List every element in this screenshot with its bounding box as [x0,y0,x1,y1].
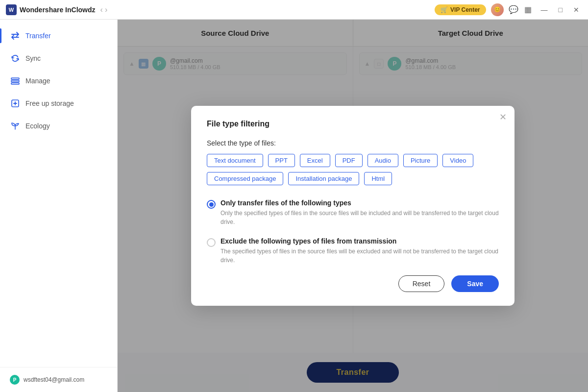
settings-icon[interactable]: ▦ [523,5,533,15]
radio-only-transfer[interactable]: Only transfer files of the following typ… [207,199,499,226]
free-up-storage-icon [10,98,21,109]
sidebar-item-transfer[interactable]: Transfer [0,24,117,47]
ecology-icon [10,121,21,131]
sidebar: Transfer Sync Manage [0,20,118,392]
sidebar-account-email: wsdftest04@gmail.com [24,376,84,383]
vip-label: VIP Center [450,6,480,13]
file-type-buttons: Text document PPT Excel PDF Audio Pictur… [207,154,499,185]
titlebar-right: 🛒 VIP Center 😊 💬 ▦ — □ ✕ [435,3,582,16]
transfer-icon [10,30,21,41]
file-type-html[interactable]: Html [364,172,392,185]
app-icon: W [6,4,17,15]
file-type-compressed-package[interactable]: Compressed package [207,172,283,185]
radio-exclude-label: Exclude the following types of files fro… [220,237,499,245]
radio-only-transfer-btn[interactable] [207,200,216,209]
sidebar-item-manage-label: Manage [25,77,50,85]
sidebar-item-free-up-storage-label: Free up storage [25,99,74,107]
radio-only-transfer-content: Only transfer files of the following typ… [220,199,499,226]
file-type-text-document[interactable]: Text document [207,154,263,167]
file-type-filtering-modal: File type filtering ✕ Select the type of… [191,106,514,306]
manage-icon [10,75,21,86]
radio-exclude-desc: The specified types of files in the sour… [220,247,499,265]
file-type-installation-package[interactable]: Installation package [288,172,359,185]
modal-title: File type filtering [207,120,499,128]
file-type-pdf[interactable]: PDF [335,154,363,167]
sidebar-item-ecology-label: Ecology [25,122,50,130]
minimize-button[interactable]: — [538,6,551,14]
nav-arrows: ‹ › [100,5,108,14]
svg-rect-0 [11,78,19,79]
sidebar-item-free-up-storage[interactable]: Free up storage [0,92,117,115]
radio-only-transfer-desc: Only the specified types of files in the… [220,209,499,226]
titlebar: W Wondershare InClowdz ‹ › 🛒 VIP Center … [0,0,588,20]
radio-exclude-content: Exclude the following types of files fro… [220,237,499,265]
sidebar-item-sync-label: Sync [25,54,41,62]
sidebar-item-sync[interactable]: Sync [0,47,117,70]
modal-footer: Reset Save [207,275,499,292]
vip-center-button[interactable]: 🛒 VIP Center [435,4,486,15]
file-type-section-label: Select the type of files: [207,139,499,147]
file-type-video[interactable]: Video [442,154,473,167]
radio-only-transfer-label: Only transfer files of the following typ… [220,199,499,207]
svg-rect-1 [11,80,19,82]
nav-forward-icon[interactable]: › [105,5,107,14]
file-type-excel[interactable]: Excel [300,154,330,167]
svg-rect-2 [11,83,19,84]
account-dot: P [10,375,20,385]
modal-overlay: File type filtering ✕ Select the type of… [118,20,588,392]
close-button[interactable]: ✕ [570,6,582,14]
sidebar-account[interactable]: P wsdftest04@gmail.com [10,375,107,385]
reset-button[interactable]: Reset [398,275,445,292]
sidebar-item-transfer-label: Transfer [25,32,51,40]
sidebar-item-ecology[interactable]: Ecology [0,115,117,137]
sidebar-bottom: P wsdftest04@gmail.com [0,367,117,392]
save-button[interactable]: Save [451,275,499,292]
radio-exclude[interactable]: Exclude the following types of files fro… [207,237,499,265]
app-logo: W Wondershare InClowdz [6,4,96,15]
radio-exclude-btn[interactable] [207,238,216,247]
maximize-button[interactable]: □ [556,6,565,14]
cart-icon: 🛒 [441,6,448,13]
main-content: Source Cloud Drive Target Cloud Drive ▲ … [118,20,588,392]
file-type-audio[interactable]: Audio [368,154,398,167]
nav-back-icon[interactable]: ‹ [100,5,103,14]
sync-icon [10,53,21,64]
modal-close-button[interactable]: ✕ [499,113,507,122]
message-icon[interactable]: 💬 [509,5,518,15]
avatar[interactable]: 😊 [491,3,504,16]
app-body: Transfer Sync Manage [0,20,588,392]
file-type-ppt[interactable]: PPT [268,154,295,167]
file-type-picture[interactable]: Picture [403,154,438,167]
app-name: Wondershare InClowdz [20,6,96,14]
sidebar-item-manage[interactable]: Manage [0,70,117,92]
